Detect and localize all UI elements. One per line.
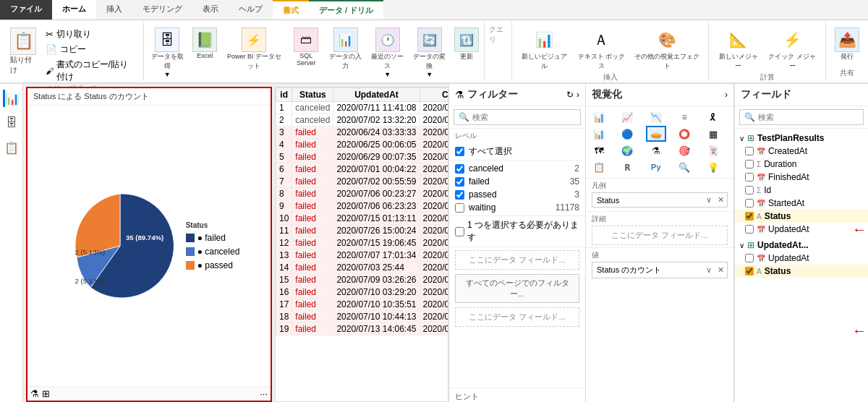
transform-button[interactable]: 🔄 データの変換 ▼	[410, 26, 449, 80]
id-checkbox[interactable]	[745, 186, 754, 194]
field-drop-area[interactable]: ここにデータ フィールド...	[455, 250, 579, 270]
col-id[interactable]: id	[276, 88, 292, 102]
paste-button[interactable]: 📋 貼り付け	[6, 26, 41, 77]
filter-item-canceled[interactable]: canceled 2	[449, 162, 585, 175]
finishedat-checkbox[interactable]	[745, 173, 754, 181]
expand-icon[interactable]: ⊞	[42, 388, 50, 399]
tab-view[interactable]: 表示	[192, 0, 229, 20]
field-group-header-testplanresults[interactable]: ∨ ⊞ TestPlanResults	[735, 132, 868, 145]
field-item-status[interactable]: A Status	[735, 210, 868, 223]
new-visual-button[interactable]: 📊 新しいビジュアル	[518, 26, 571, 72]
viz-icon-waterfall[interactable]: 📊	[589, 126, 609, 142]
table-wrapper[interactable]: id Status UpdatedAt CreatedAt FinishedAt…	[276, 87, 448, 401]
recent-source-button[interactable]: 🕐 最近のソース ▼	[368, 26, 407, 80]
filter-item-waiting[interactable]: waiting 11178	[449, 201, 585, 214]
updatedat2-checkbox[interactable]	[745, 254, 754, 262]
all-pages-filter[interactable]: すべてのページでのフィルター...	[455, 274, 579, 303]
filter-item-passed[interactable]: passed 3	[449, 188, 585, 201]
get-data-button[interactable]: 🗄 データを取得 ▼	[147, 26, 187, 80]
refresh-button[interactable]: 🔃 更新	[452, 26, 481, 63]
cut-button[interactable]: ✂切り取り	[44, 27, 138, 41]
viz-icon-donut[interactable]: ⭕	[674, 126, 694, 142]
viz-icon-funnel[interactable]: ⚗	[646, 142, 666, 158]
field-group-header-updatedat[interactable]: ∨ ⊞ UpdatedAt...	[735, 239, 868, 252]
field-drop-area2[interactable]: ここにデータ フィールド...	[455, 307, 579, 327]
legend-field-chevron[interactable]: ∨	[703, 193, 715, 207]
other-effects-button[interactable]: 🎨 その他の視覚エフェクト	[631, 26, 702, 72]
sidebar-model-icon[interactable]: 📋	[3, 139, 20, 156]
powerbi-dataset-button[interactable]: ⚡ Power BI データセット	[222, 26, 286, 72]
col-createdat[interactable]: CreatedAt	[420, 88, 448, 102]
text-box-button[interactable]: Ａ テキスト ボックス	[574, 26, 629, 72]
value-field-remove[interactable]: ✕	[715, 263, 727, 277]
publish-button[interactable]: 📤 発行	[832, 26, 862, 63]
filter-expand-icon[interactable]: ›	[576, 90, 579, 100]
viz-icon-table[interactable]: 📋	[589, 159, 609, 175]
viz-icon-pie[interactable]: 🥧	[646, 126, 666, 142]
viz-icon-smart[interactable]: 💡	[703, 159, 723, 175]
duration-checkbox[interactable]	[745, 160, 754, 168]
canceled-checkbox[interactable]	[455, 164, 464, 174]
field-item-id[interactable]: Σ Id	[735, 184, 868, 197]
viz-icon-filled-map[interactable]: 🌍	[617, 142, 637, 158]
legend-field-remove[interactable]: ✕	[715, 193, 727, 207]
viz-expand-icon[interactable]: ›	[725, 90, 728, 100]
tab-modeling[interactable]: モデリング	[132, 0, 192, 20]
viz-icon-line[interactable]: 📈	[617, 109, 637, 125]
copy-button[interactable]: 📄コピー	[44, 43, 138, 56]
filter-item-failed[interactable]: failed 35	[449, 175, 585, 188]
tab-data[interactable]: データ / ドリル	[309, 0, 383, 20]
viz-icon-qna[interactable]: 🔍	[674, 159, 694, 175]
viz-icon-scatter[interactable]: 🔵	[617, 126, 637, 142]
viz-icon-treemap[interactable]: ▦	[703, 126, 723, 142]
pie-chart[interactable]: 35 (89.74%) 2 (5.13%) 2 (5.13%)	[59, 188, 182, 304]
filter-select-all[interactable]: すべて選択	[449, 143, 585, 161]
viz-icon-map[interactable]: 🗺	[589, 142, 609, 158]
value-field-chevron[interactable]: ∨	[703, 263, 715, 277]
more-options-icon[interactable]: ···	[260, 388, 268, 399]
one-select-checkbox[interactable]	[455, 227, 464, 236]
sidebar-data-icon[interactable]: 🗄	[3, 114, 20, 132]
filter-search-input[interactable]	[472, 113, 576, 121]
data-input-button[interactable]: 📊 データの入力	[326, 26, 365, 72]
viz-icon-stack[interactable]: ≡	[674, 109, 694, 125]
field-item-updatedat2[interactable]: 📅 UpdatedAt	[735, 252, 868, 265]
status-checkbox[interactable]	[745, 212, 754, 221]
field-item-startedat[interactable]: 📅 StartedAt	[735, 197, 868, 210]
waiting-checkbox[interactable]	[455, 203, 464, 213]
field-item-createdat[interactable]: 📅 CreatedAt	[735, 145, 868, 158]
filter-icon[interactable]: ⚗	[30, 388, 39, 399]
viz-icon-matrix[interactable]: R	[617, 159, 637, 175]
tab-home[interactable]: ホーム	[52, 0, 96, 20]
viz-icon-python[interactable]: Py	[646, 159, 666, 175]
col-status[interactable]: Status	[292, 88, 333, 102]
new-measure-button[interactable]: 📐 新しいメジャー	[715, 26, 762, 72]
excel-button[interactable]: 📗 Excel	[190, 26, 219, 61]
field-item-updatedat[interactable]: 📅 UpdatedAt	[735, 223, 868, 236]
tab-insert[interactable]: 挿入	[96, 0, 132, 20]
viz-icon-area[interactable]: 📉	[646, 109, 666, 125]
passed-checkbox[interactable]	[455, 190, 464, 200]
col-updatedat[interactable]: UpdatedAt	[333, 88, 420, 102]
createdat-checkbox[interactable]	[745, 147, 754, 155]
field-item-status2[interactable]: A Status	[735, 265, 868, 278]
failed-checkbox[interactable]	[455, 177, 464, 187]
tab-format[interactable]: 書式	[273, 0, 309, 20]
filter-sync-icon[interactable]: ↻	[566, 90, 574, 100]
startedat-checkbox[interactable]	[745, 199, 754, 208]
updatedat-checkbox[interactable]	[745, 225, 754, 234]
format-copy-button[interactable]: 🖌書式のコピー/貼り付け	[44, 58, 138, 84]
viz-icon-bar[interactable]: 📊	[589, 109, 609, 125]
detail-drop[interactable]: ここにデータ フィールド...	[592, 226, 728, 245]
field-item-duration[interactable]: Σ Duration	[735, 158, 868, 171]
tab-help[interactable]: ヘルプ	[229, 0, 273, 20]
select-all-checkbox[interactable]	[455, 147, 464, 156]
viz-icon-ribbon[interactable]: 🎗	[703, 109, 723, 125]
status2-checkbox[interactable]	[745, 267, 754, 275]
sql-button[interactable]: 🗃 SQL Server	[289, 26, 323, 68]
viz-icon-card[interactable]: 🃏	[703, 142, 723, 158]
viz-icon-gauge[interactable]: 🎯	[674, 142, 694, 158]
sidebar-report-icon[interactable]: 📊	[3, 90, 20, 107]
field-item-finishedat[interactable]: 📅 FinishedAt	[735, 171, 868, 184]
tab-file[interactable]: ファイル	[0, 0, 52, 20]
